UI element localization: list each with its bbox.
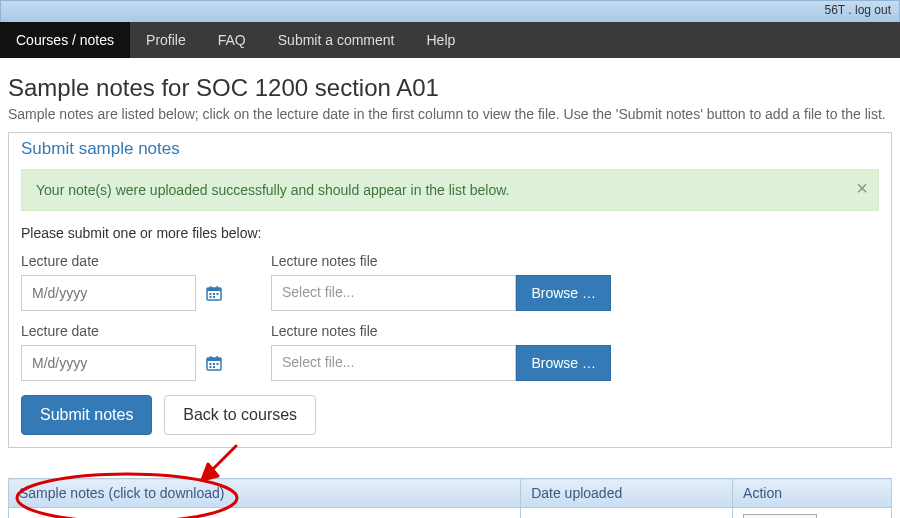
lecture-file-label: Lecture notes file [271,253,611,269]
page-subhead: Sample notes are listed below; click on … [8,106,892,122]
svg-rect-2 [210,286,212,289]
svg-rect-4 [209,293,211,295]
svg-rect-11 [210,356,212,359]
svg-rect-13 [209,363,211,365]
user-id: 56T [824,3,844,17]
svg-rect-16 [209,366,211,368]
col-header-notes: Sample notes (click to download) [9,479,521,508]
lecture-date-label: Lecture date [21,253,241,269]
svg-rect-8 [213,296,215,298]
nav-help[interactable]: Help [410,22,471,58]
svg-rect-17 [213,366,215,368]
top-bar: 56T . log out [0,0,900,22]
browse-button-1[interactable]: Browse … [516,275,611,311]
svg-rect-14 [213,363,215,365]
page-title: Sample notes for SOC 1200 section A01 [8,74,892,102]
col-header-action: Action [733,479,892,508]
file-field-2[interactable]: Select file... [271,345,516,381]
panel-title: Submit sample notes [21,139,879,159]
lecture-file-label-2: Lecture notes file [271,323,611,339]
table-row: notes_1200.2020_04-01.docx 16-Apr-2020 R… [9,508,892,519]
main-nav: Courses / notes Profile FAQ Submit a com… [0,22,900,58]
remove-button[interactable]: Remove [743,514,817,518]
nav-submit-comment[interactable]: Submit a comment [262,22,411,58]
nav-faq[interactable]: FAQ [202,22,262,58]
alert-text: Your note(s) were uploaded successfully … [36,182,509,198]
close-icon[interactable]: × [856,178,868,198]
submit-notes-button[interactable]: Submit notes [21,395,152,435]
lecture-date-label-2: Lecture date [21,323,241,339]
calendar-icon[interactable] [206,355,222,374]
back-to-courses-button[interactable]: Back to courses [164,395,316,435]
svg-rect-10 [207,358,221,361]
file-field-1[interactable]: Select file... [271,275,516,311]
notes-table: Sample notes (click to download) Date up… [8,478,892,518]
success-alert: Your note(s) were uploaded successfully … [21,169,879,211]
logout-link[interactable]: log out [855,3,891,17]
calendar-icon[interactable] [206,285,222,304]
svg-rect-3 [216,286,218,289]
svg-rect-12 [216,356,218,359]
svg-rect-15 [216,363,218,365]
prompt-text: Please submit one or more files below: [21,225,879,241]
lecture-date-input-2[interactable] [21,345,196,381]
svg-rect-7 [209,296,211,298]
browse-button-2[interactable]: Browse … [516,345,611,381]
svg-rect-5 [213,293,215,295]
nav-courses-notes[interactable]: Courses / notes [0,22,130,58]
submit-panel: Submit sample notes Your note(s) were up… [8,132,892,448]
svg-rect-1 [207,288,221,291]
svg-rect-6 [216,293,218,295]
col-header-date: Date uploaded [521,479,733,508]
separator: . [848,3,851,17]
lecture-date-input-1[interactable] [21,275,196,311]
date-cell: 16-Apr-2020 [521,508,733,519]
nav-profile[interactable]: Profile [130,22,202,58]
